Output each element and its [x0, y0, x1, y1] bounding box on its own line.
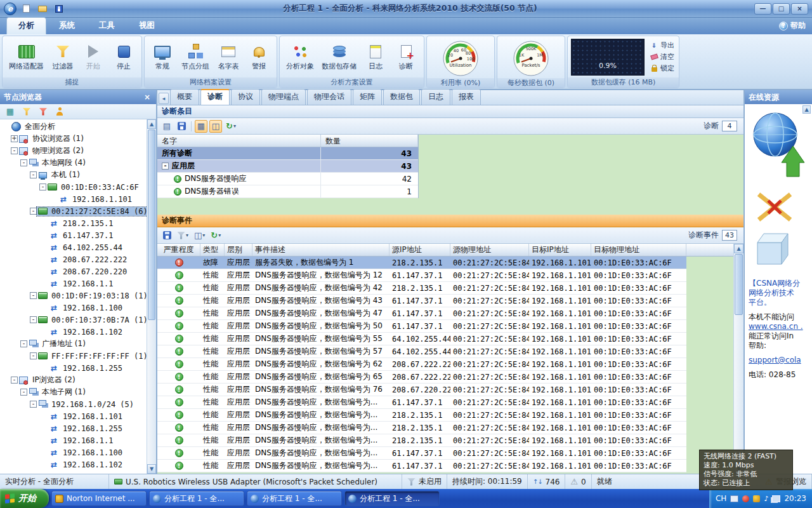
event-row[interactable]: !性能应用层DNS服务器慢响应，数据包编号为 5061.147.37.100:2… — [157, 320, 686, 333]
column-header-name[interactable]: 名字 — [157, 135, 321, 147]
help-button[interactable]: ? 帮助 — [779, 20, 806, 34]
scroll-up-icon[interactable]: ▲ — [147, 119, 156, 129]
filter-tool-button[interactable] — [21, 106, 32, 117]
tab-数据包[interactable]: 数据包 — [383, 89, 420, 105]
panel-close-icon[interactable]: × — [142, 93, 152, 102]
event-row[interactable]: !性能应用层DNS服务器慢响应，数据包编号为 4361.147.37.100:2… — [157, 295, 686, 307]
keyboard-icon[interactable] — [730, 495, 738, 502]
save-button[interactable] — [52, 3, 66, 15]
new-document-button[interactable] — [19, 3, 33, 15]
tab-协议[interactable]: 协议 — [231, 89, 260, 105]
tree-item[interactable]: 192.168.1.101 — [0, 410, 156, 422]
tree-expander-icon[interactable]: - — [30, 208, 37, 215]
column-header-count[interactable]: 数量 — [321, 135, 418, 147]
maximize-button[interactable]: □ — [773, 3, 790, 15]
column-header-sip[interactable]: 源IP地址 — [390, 244, 450, 256]
tree-item[interactable]: -本机 (1) — [0, 169, 156, 181]
alarm-button[interactable]: 警报 — [244, 41, 273, 73]
event-row[interactable]: !性能应用层DNS服务器慢响应，数据包编号为 5564.102.255.4400… — [157, 333, 686, 345]
general-button[interactable]: 常规 — [148, 41, 177, 73]
tree-item[interactable]: 192.168.1.100 — [0, 302, 156, 314]
tree-item[interactable]: -广播地址 (1) — [0, 338, 156, 350]
resource-link[interactable]: www.csna.cn . — [749, 322, 808, 331]
column-header-smac[interactable]: 源物理地址 — [450, 244, 529, 256]
tree-item[interactable]: 208.67.222.222 — [0, 253, 156, 265]
columns-button[interactable]: ◫▾ — [192, 229, 207, 242]
start-button[interactable]: 开始 — [0, 489, 49, 508]
tree-item[interactable]: 192.168.1.102 — [0, 326, 156, 338]
export-list-button[interactable]: ▤ — [160, 120, 173, 133]
event-row[interactable]: !性能应用层DNS服务器慢响应，数据包编号为...61.147.37.100:2… — [157, 447, 686, 460]
lock-button[interactable]: 锁定 — [649, 64, 676, 73]
tree-expander-icon[interactable]: - — [11, 377, 18, 384]
log-button[interactable]: 日志 — [361, 41, 390, 73]
filter-button[interactable]: 过滤器 — [48, 41, 77, 73]
diagnosis-row[interactable]: !DNS服务器错误1 — [157, 185, 418, 198]
tree-item[interactable]: 64.102.255.44 — [0, 241, 156, 253]
clear-button[interactable]: 清空 — [649, 52, 676, 62]
tree-item[interactable]: 192.168.1.102 — [0, 458, 156, 471]
tree-item[interactable]: -00:1D:E0:33:AC:6F — [0, 181, 156, 193]
column-header-dmac[interactable]: 目标物理地址 — [591, 244, 686, 256]
save-list-button[interactable] — [175, 120, 188, 133]
expand-all-button[interactable]: ▦ — [195, 120, 207, 133]
tree-item[interactable]: 192.168.1.101 — [0, 193, 156, 205]
tree-item[interactable]: -00:21:27:2C:5E:84 (6) — [0, 205, 156, 217]
open-button[interactable] — [36, 3, 49, 15]
event-row[interactable]: !性能应用层DNS服务器慢响应，数据包编号为 62208.67.222.2220… — [157, 358, 686, 371]
tab-矩阵[interactable]: 矩阵 — [353, 89, 382, 105]
tab-日志[interactable]: 日志 — [421, 89, 450, 105]
tree-item[interactable]: 全面分析 — [0, 121, 156, 133]
tree-item[interactable]: -本地网段 (4) — [0, 157, 156, 169]
volume-icon[interactable]: ♪ — [764, 495, 768, 503]
tree-item[interactable]: -00:0F:10:37:0B:7A (1) — [0, 314, 156, 326]
close-button[interactable]: × — [791, 3, 808, 15]
scrollbar-thumb[interactable] — [148, 130, 155, 320]
name-table-tool-button[interactable]: ▦ — [4, 106, 16, 117]
ribbon-tab-系统[interactable]: 系统 — [48, 18, 86, 34]
tree-expander-icon[interactable]: - — [20, 389, 27, 396]
events-scrollbar[interactable]: ▲ ▼ — [733, 244, 743, 474]
packet-storage-button[interactable]: 数据包存储 — [318, 41, 360, 73]
tree-item[interactable]: 192.168.1.1 — [0, 434, 156, 446]
tree-item[interactable]: -FF:FF:FF:FF:FF:FF (1) — [0, 350, 156, 362]
tree-item[interactable]: 192.168.1.255 — [0, 362, 156, 374]
language-indicator[interactable]: CH — [716, 494, 726, 503]
tree-expander-icon[interactable]: - — [30, 171, 37, 178]
save-events-button[interactable] — [160, 229, 173, 242]
export-button[interactable]: ⇓ 导出 — [649, 41, 676, 50]
tree-expander-icon[interactable]: + — [11, 135, 18, 142]
ribbon-tab-工具[interactable]: 工具 — [88, 18, 126, 34]
norton-tray-icon[interactable] — [753, 495, 760, 502]
taskbar-button[interactable]: 分析工程 1 - 全... — [344, 491, 440, 506]
event-row[interactable]: !性能应用层DNS服务器慢响应，数据包编号为...61.147.37.100:2… — [157, 396, 686, 409]
event-row[interactable]: !性能应用层DNS服务器慢响应，数据包编号为...218.2.135.100:2… — [157, 409, 686, 422]
ribbon-tab-分析[interactable]: 分析 — [6, 17, 46, 34]
tree-scrollbar[interactable]: ▲ ▼ — [147, 119, 156, 474]
event-row[interactable]: !性能应用层DNS服务器慢响应，数据包编号为 42218.2.135.100:2… — [157, 282, 686, 295]
event-row[interactable]: !性能应用层DNS服务器慢响应，数据包编号为...218.2.135.100:2… — [157, 434, 686, 447]
events-refresh-button[interactable]: ↻▾ — [209, 229, 223, 242]
refresh-button[interactable]: ↻▾ — [224, 120, 238, 133]
tree-item[interactable]: 192.168.1.100 — [0, 446, 156, 458]
security-tray-icon[interactable] — [742, 495, 749, 502]
locate-tool-button[interactable] — [37, 106, 49, 117]
resources-scroll-up-icon[interactable]: ▲ — [802, 105, 811, 114]
network-adapter-button[interactable]: 网络适配器 — [6, 41, 47, 73]
tree-item[interactable]: 192.168.1.255 — [0, 422, 156, 434]
resource-link[interactable]: support@cola — [749, 356, 808, 365]
tab-概要[interactable]: 概要 — [170, 89, 199, 105]
event-row[interactable]: !性能应用层DNS服务器慢响应，数据包编号为 4761.147.37.100:2… — [157, 307, 686, 320]
stop-button[interactable]: 停止 — [109, 41, 138, 73]
expander-icon[interactable]: - — [162, 163, 169, 170]
event-row[interactable]: !性能应用层DNS服务器慢响应，数据包编号为...61.147.37.100:2… — [157, 460, 686, 472]
tree-expander-icon[interactable]: - — [30, 401, 37, 408]
column-header-sev[interactable]: 严重程度 — [157, 244, 200, 256]
tree-item[interactable]: -IP浏览器 (2) — [0, 374, 156, 386]
event-row[interactable]: !性能应用层DNS服务器慢响应，数据包编号为 5764.102.255.4400… — [157, 345, 686, 358]
tree-item[interactable]: -物理浏览器 (2) — [0, 145, 156, 157]
scroll-down-icon[interactable]: ▼ — [147, 464, 156, 474]
tree-expander-icon[interactable]: - — [30, 352, 37, 359]
tab-报表[interactable]: 报表 — [452, 89, 481, 105]
tree-item[interactable]: 218.2.135.1 — [0, 217, 156, 229]
